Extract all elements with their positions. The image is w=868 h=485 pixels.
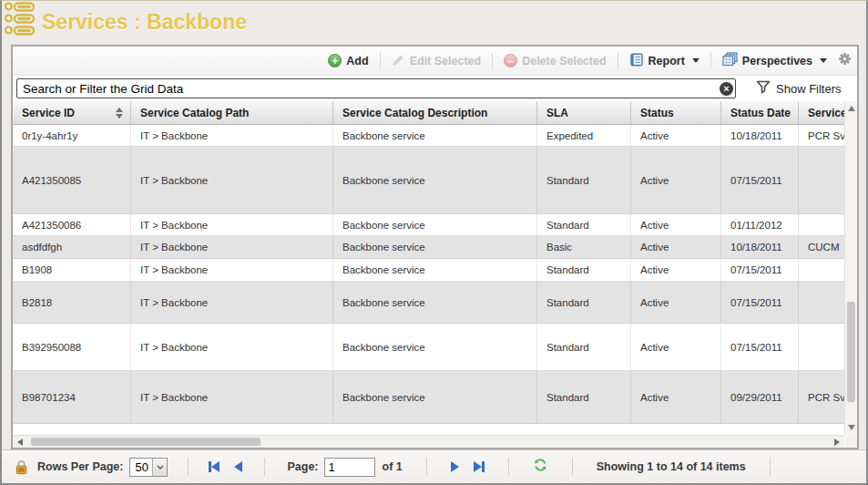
report-menu-label: Report [648, 55, 685, 67]
delete-icon: – [504, 54, 517, 67]
cell-id: B392950088 [13, 324, 131, 370]
column-header-status[interactable]: Status [631, 101, 721, 124]
footer-divider [572, 458, 573, 476]
cell-path: IT > Backbone [131, 214, 333, 235]
add-icon: + [328, 54, 342, 67]
cell-extra [799, 324, 844, 370]
grid-body: 0r1y-4ahr1yIT > BackboneBackbone service… [13, 125, 844, 435]
cell-desc: Backbone service [333, 147, 537, 213]
edit-selected-label: Edit Selected [410, 55, 482, 67]
column-header-date[interactable]: Status Date [721, 101, 799, 124]
table-row[interactable]: B1908IT > BackboneBackbone serviceStanda… [13, 259, 844, 282]
column-header-extra[interactable]: Service H [799, 101, 844, 124]
column-header-label: Service H [808, 107, 844, 119]
cell-status: Active [631, 282, 721, 323]
cell-date: 07/15/2011 [721, 147, 799, 213]
footer-divider [188, 458, 189, 476]
scroll-right-icon[interactable] [834, 439, 840, 446]
table-row[interactable]: A421350086IT > BackboneBackbone serviceS… [13, 214, 844, 236]
cell-extra [799, 282, 844, 323]
vertical-scrollbar[interactable] [844, 101, 857, 435]
cell-desc: Backbone service [333, 371, 537, 423]
column-header-label: Status [640, 107, 674, 119]
horizontal-scrollbar[interactable] [13, 435, 844, 448]
page-title: Services : Backbone [42, 10, 247, 35]
cell-status: Active [631, 371, 721, 423]
grid-toolbar: + Add Edit Selected – Delete Selected [13, 46, 857, 76]
column-header-label: Service Catalog Path [140, 107, 249, 119]
table-row[interactable]: asdfdfghIT > BackboneBackbone serviceBas… [13, 236, 844, 259]
edit-selected-button[interactable]: Edit Selected [386, 50, 487, 72]
cell-id: A421350085 [13, 147, 131, 213]
scroll-down-icon[interactable] [848, 425, 855, 430]
cell-date: 01/11/2012 [721, 214, 799, 235]
column-header-sla[interactable]: SLA [537, 101, 631, 124]
refresh-icon [533, 458, 548, 476]
page-number-input[interactable] [324, 458, 375, 477]
toolbar-divider [380, 53, 381, 69]
footer-divider [770, 458, 771, 476]
services-list-icon [4, 2, 36, 42]
cell-desc: Backbone service [333, 236, 537, 258]
cell-path: IT > Backbone [131, 125, 333, 146]
cell-date: 07/15/2011 [721, 282, 799, 323]
table-row[interactable]: A421350085IT > BackboneBackbone serviceS… [13, 147, 844, 214]
cell-sla: Standard [537, 324, 631, 370]
toolbar-divider [710, 53, 711, 69]
cell-sla: Standard [537, 371, 631, 423]
table-row[interactable]: B98701234IT > BackboneBackbone serviceSt… [13, 371, 844, 424]
cell-id: A421350086 [13, 214, 131, 235]
gear-icon [838, 52, 852, 69]
cell-sla: Standard [537, 259, 631, 281]
column-header-label: SLA [546, 107, 568, 119]
refresh-button[interactable] [533, 458, 548, 476]
grid-header: Service IDService Catalog PathService Ca… [13, 101, 844, 125]
delete-selected-button[interactable]: – Delete Selected [498, 51, 611, 70]
rows-per-page-select[interactable]: 50 [129, 458, 168, 477]
cell-extra [799, 214, 844, 235]
cell-desc: Backbone service [333, 324, 537, 370]
column-header-desc[interactable]: Service Catalog Description [333, 101, 537, 124]
delete-selected-label: Delete Selected [522, 55, 606, 67]
add-button-label: Add [346, 55, 368, 67]
cell-status: Active [631, 236, 721, 258]
table-row[interactable]: B392950088IT > BackboneBackbone serviceS… [13, 324, 844, 371]
cell-sla: Standard [537, 282, 631, 323]
lock-icon [15, 459, 28, 475]
perspectives-menu-button[interactable]: Perspectives [717, 49, 832, 72]
chevron-down-icon [152, 459, 167, 476]
cell-date: 10/18/2011 [721, 125, 799, 146]
column-header-path[interactable]: Service Catalog Path [131, 101, 333, 124]
table-row[interactable]: B2818IT > BackboneBackbone serviceStanda… [13, 282, 844, 324]
column-header-label: Status Date [730, 107, 791, 119]
next-page-button[interactable] [451, 461, 459, 472]
grid-settings-button[interactable] [838, 52, 852, 69]
search-input[interactable] [16, 78, 736, 98]
footer-divider [508, 458, 509, 476]
scrollbar-corner [845, 435, 857, 448]
report-menu-button[interactable]: Report [624, 50, 705, 72]
show-filters-button[interactable]: Show Filters [756, 80, 842, 98]
cell-date: 07/15/2011 [721, 259, 799, 281]
previous-page-button[interactable] [234, 461, 242, 472]
vertical-scrollbar-thumb[interactable] [847, 302, 855, 402]
cell-date: 10/18/2011 [721, 236, 799, 258]
first-page-button[interactable] [209, 461, 220, 472]
horizontal-scrollbar-thumb[interactable] [31, 438, 260, 446]
table-row[interactable]: 0r1y-4ahr1yIT > BackboneBackbone service… [13, 125, 844, 147]
cell-path: IT > Backbone [131, 324, 333, 370]
sort-icon[interactable] [116, 108, 123, 119]
cell-id: B1908 [13, 259, 131, 281]
add-button[interactable]: + Add [322, 51, 373, 70]
clear-search-icon[interactable]: × [720, 82, 733, 96]
column-header-id[interactable]: Service ID [13, 101, 131, 124]
toolbar-divider [618, 53, 618, 69]
showing-status: Showing 1 to 14 of 14 items [597, 460, 746, 473]
last-page-button[interactable] [474, 461, 485, 472]
report-icon [629, 53, 644, 69]
cell-id: B98701234 [13, 371, 131, 423]
rows-per-page-value: 50 [130, 459, 152, 476]
cell-sla: Basic [537, 236, 631, 258]
scroll-up-icon[interactable] [848, 106, 855, 111]
scroll-left-icon[interactable] [17, 439, 23, 446]
